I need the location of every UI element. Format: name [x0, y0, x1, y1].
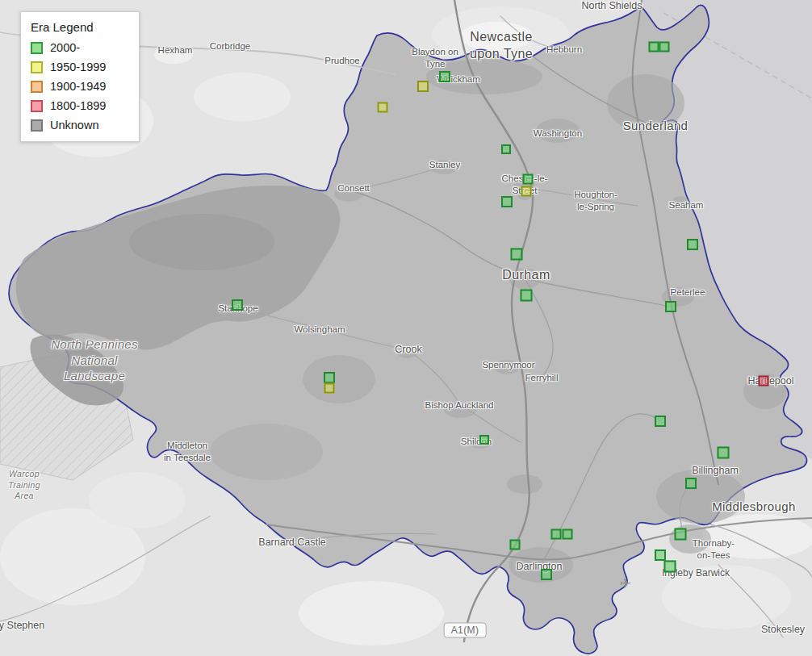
era-marker[interactable]	[685, 478, 697, 489]
legend-swatch-icon	[31, 42, 43, 54]
era-marker[interactable]	[378, 102, 388, 113]
era-legend: Era Legend 2000-1950-19991900-19491800-1…	[20, 11, 140, 142]
era-marker[interactable]	[417, 81, 429, 92]
map-viewport[interactable]: Era Legend 2000-1950-19991900-19491800-1…	[0, 0, 812, 656]
era-marker[interactable]	[324, 383, 335, 394]
era-marker[interactable]	[665, 301, 676, 312]
era-marker[interactable]	[718, 447, 730, 459]
era-marker[interactable]	[501, 144, 511, 154]
legend-item-label: 2000-	[50, 41, 80, 54]
legend-item[interactable]: 1900-1949	[31, 80, 126, 93]
era-marker[interactable]	[687, 239, 698, 250]
era-marker[interactable]	[649, 42, 659, 52]
legend-swatch-icon	[31, 119, 43, 132]
era-marker[interactable]	[675, 529, 687, 541]
legend-title: Era Legend	[31, 20, 126, 34]
legend-item[interactable]: Unknown	[31, 119, 126, 132]
era-marker[interactable]	[510, 540, 521, 550]
era-marker[interactable]	[232, 299, 243, 311]
era-marker[interactable]	[511, 249, 523, 261]
era-marker[interactable]	[523, 174, 534, 185]
era-marker[interactable]	[439, 71, 450, 82]
legend-item-label: Unknown	[50, 119, 98, 132]
legend-swatch-icon	[31, 61, 43, 73]
road-shield-a1m: A1(M)	[444, 623, 487, 638]
era-marker[interactable]	[655, 549, 666, 561]
legend-item[interactable]: 1950-1999	[31, 61, 126, 73]
legend-item[interactable]: 1800-1899	[31, 99, 126, 112]
era-marker[interactable]	[324, 372, 335, 383]
legend-items: 2000-1950-19991900-19491800-1899Unknown	[31, 41, 126, 132]
era-marker[interactable]	[655, 416, 666, 427]
era-marker[interactable]	[563, 529, 573, 540]
era-marker[interactable]	[521, 186, 532, 197]
era-marker[interactable]	[659, 42, 670, 52]
era-marker[interactable]	[479, 435, 489, 445]
era-marker[interactable]	[501, 196, 513, 207]
legend-item-label: 1800-1899	[50, 99, 106, 112]
legend-swatch-icon	[31, 81, 43, 93]
era-marker[interactable]	[664, 561, 676, 573]
era-marker[interactable]	[521, 290, 533, 302]
legend-item-label: 1900-1949	[50, 80, 106, 93]
era-marker[interactable]	[759, 376, 769, 386]
era-marker[interactable]	[551, 529, 562, 540]
legend-swatch-icon	[31, 100, 43, 112]
legend-item-label: 1950-1999	[50, 61, 106, 73]
era-marker[interactable]	[541, 569, 552, 580]
legend-item[interactable]: 2000-	[31, 41, 126, 54]
